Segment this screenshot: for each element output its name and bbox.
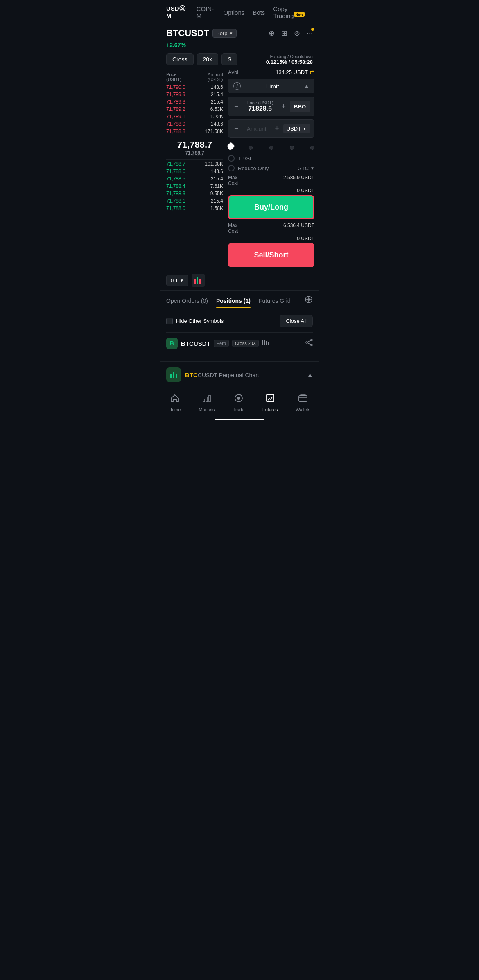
position-name[interactable]: BTCUSDT bbox=[181, 340, 210, 347]
chart-banner-left: BTCCUSDT Perpetual Chart bbox=[166, 367, 259, 382]
order-type-select[interactable]: i Limit ▲ bbox=[228, 79, 314, 93]
close-all-button[interactable]: Close All bbox=[280, 315, 313, 327]
ob-buy-amount: 215.4 bbox=[211, 176, 223, 182]
ob-buy-row[interactable]: 71,788.1 215.4 bbox=[166, 198, 223, 204]
svg-rect-9 bbox=[262, 340, 263, 345]
order-type-left: i bbox=[233, 82, 241, 90]
slider-dot-75[interactable] bbox=[290, 146, 294, 150]
sell-cost-value: 0 USDT bbox=[297, 236, 314, 241]
ob-sell-row[interactable]: 71,789.2 6.53K bbox=[166, 106, 223, 112]
reduce-only-checkbox[interactable] bbox=[228, 165, 235, 171]
slider-dot-0[interactable] bbox=[228, 146, 232, 150]
ob-sell-row[interactable]: 71,788.8 171.58K bbox=[166, 128, 223, 134]
chart-type-icon[interactable] bbox=[192, 274, 205, 287]
chart-banner-chevron-icon[interactable]: ▲ bbox=[307, 372, 313, 378]
slider-dot-50[interactable] bbox=[269, 146, 273, 150]
bbo-button[interactable]: BBO bbox=[290, 101, 310, 112]
slider-track bbox=[228, 146, 314, 146]
home-icon bbox=[170, 393, 180, 406]
buy-max-value: 2,585.9 USDT bbox=[283, 175, 314, 186]
tab-futures-grid[interactable]: Futures Grid bbox=[259, 297, 291, 308]
price-input-wrap: Price (USDT) 71828.5 bbox=[243, 100, 278, 113]
nav-usdm[interactable]: USDⓈ-M bbox=[166, 5, 188, 20]
buy-long-button[interactable]: Buy/Long bbox=[228, 195, 314, 219]
svg-rect-12 bbox=[268, 342, 269, 345]
nav-copy-trading[interactable]: Copy TradingNew bbox=[273, 5, 313, 19]
nav-wallets-label: Wallets bbox=[296, 407, 310, 412]
slider-dot-25[interactable] bbox=[249, 146, 253, 150]
ob-buy-row[interactable]: 71,788.3 9.55K bbox=[166, 191, 223, 196]
nav-futures[interactable]: Futures bbox=[262, 393, 278, 412]
ob-sell-price: 71,790.0 bbox=[166, 84, 185, 90]
amount-slider[interactable] bbox=[228, 142, 314, 150]
slider-dot-100[interactable] bbox=[310, 146, 314, 150]
chart-settings-icon[interactable]: ⊕ bbox=[269, 29, 275, 38]
nav-trade[interactable]: Trade bbox=[233, 393, 244, 412]
mid-price[interactable]: 71,788.7 71,788.7 bbox=[166, 136, 223, 160]
sell-short-button[interactable]: Sell/Short bbox=[228, 243, 314, 267]
ob-sell-price: 71,789.9 bbox=[166, 92, 185, 97]
ob-buy-row[interactable]: 71,788.5 215.4 bbox=[166, 176, 223, 182]
nav-futures-label: Futures bbox=[262, 407, 278, 412]
ob-buy-price: 71,788.6 bbox=[166, 169, 185, 174]
svg-point-4 bbox=[307, 298, 310, 301]
price-increment-button[interactable]: + bbox=[280, 102, 288, 111]
position-card: B BTCUSDT Perp Cross 20X bbox=[166, 332, 313, 356]
indicator-icon[interactable]: ⊞ bbox=[281, 29, 287, 38]
ob-buy-row[interactable]: 71,788.7 101.08K bbox=[166, 161, 223, 167]
nav-options[interactable]: Options bbox=[224, 9, 245, 16]
price-value[interactable]: 71828.5 bbox=[243, 105, 278, 113]
amount-increment-button[interactable]: + bbox=[273, 124, 281, 133]
chart-banner[interactable]: BTCCUSDT Perpetual Chart ▲ bbox=[160, 361, 319, 388]
nav-markets[interactable]: Markets bbox=[199, 393, 215, 412]
qty-select[interactable]: 0.1 ▼ bbox=[166, 275, 188, 286]
leverage-button[interactable]: 20x bbox=[197, 53, 219, 65]
direction-button[interactable]: S bbox=[221, 53, 237, 65]
margin-mode-button[interactable]: Cross bbox=[166, 53, 194, 65]
buy-max-label: MaxCost bbox=[228, 175, 238, 186]
svg-rect-11 bbox=[266, 341, 267, 345]
order-type-chevron-icon: ▲ bbox=[304, 83, 309, 89]
ob-buy-row[interactable]: 71,788.0 1.58K bbox=[166, 205, 223, 211]
ob-sell-row[interactable]: 71,788.9 143.6 bbox=[166, 121, 223, 127]
controls-bar: Cross 20x S Funding / Countdown 0.1215% … bbox=[160, 50, 319, 69]
share-icon[interactable] bbox=[305, 339, 313, 348]
ob-sell-amount: 143.6 bbox=[211, 121, 223, 127]
price-decrement-button[interactable]: − bbox=[233, 102, 240, 111]
svg-line-17 bbox=[307, 343, 311, 345]
layout-icon[interactable]: ⊘ bbox=[294, 29, 300, 38]
ob-amount-header: Amount(USDT) bbox=[208, 72, 223, 82]
unit-select[interactable]: USDT ▼ bbox=[283, 124, 310, 133]
position-bars-icon[interactable] bbox=[262, 340, 269, 347]
mid-price-sub: 71,788.7 bbox=[166, 150, 223, 156]
hide-symbols-label: Hide Other Symbols bbox=[176, 318, 224, 324]
nav-bots[interactable]: Bots bbox=[253, 9, 265, 16]
ob-sell-row[interactable]: 71,790.0 143.6 bbox=[166, 84, 223, 90]
more-options-icon[interactable]: ··· bbox=[307, 29, 313, 38]
home-bar bbox=[160, 415, 319, 422]
tab-positions[interactable]: Positions (1) bbox=[216, 297, 251, 308]
ob-sell-row[interactable]: 71,789.1 1.22K bbox=[166, 114, 223, 119]
avbl-value: 134.25 USDT ⇄ bbox=[276, 69, 314, 75]
symbol-name[interactable]: BTCUSDT bbox=[166, 28, 209, 38]
info-icon: i bbox=[233, 82, 241, 90]
nav-wallets[interactable]: Wallets bbox=[296, 393, 310, 412]
ob-buy-row[interactable]: 71,788.4 7.61K bbox=[166, 183, 223, 189]
funding-value: 0.1215% / 05:58:28 bbox=[266, 59, 313, 65]
amount-placeholder[interactable]: Amount bbox=[243, 126, 271, 132]
transfer-icon[interactable]: ⇄ bbox=[310, 69, 314, 75]
ob-buy-row[interactable]: 71,788.6 143.6 bbox=[166, 169, 223, 174]
tpsl-checkbox[interactable] bbox=[228, 155, 235, 162]
avbl-label: Avbl bbox=[228, 69, 238, 75]
perp-badge[interactable]: Perp ▼ bbox=[212, 29, 237, 38]
ob-sell-row[interactable]: 71,789.9 215.4 bbox=[166, 92, 223, 97]
nav-home[interactable]: Home bbox=[169, 393, 181, 412]
bottom-controls-row: 0.1 ▼ bbox=[160, 270, 319, 290]
hide-symbols-checkbox[interactable] bbox=[166, 318, 173, 324]
nav-coinm[interactable]: COIN-M bbox=[197, 5, 215, 19]
ob-sell-row[interactable]: 71,789.3 215.4 bbox=[166, 99, 223, 105]
amount-decrement-button[interactable]: − bbox=[233, 124, 240, 133]
tab-open-orders[interactable]: Open Orders (0) bbox=[166, 297, 208, 308]
gtc-select[interactable]: GTC ▼ bbox=[298, 165, 314, 171]
tab-settings-icon[interactable] bbox=[305, 295, 313, 310]
